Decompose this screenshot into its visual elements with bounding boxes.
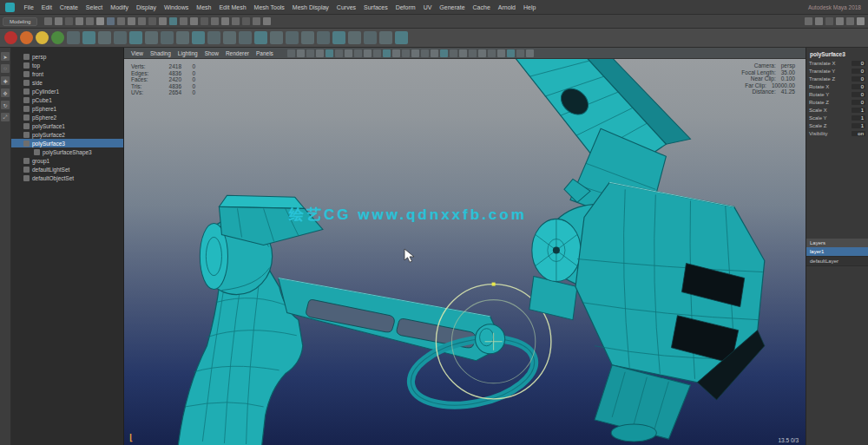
- channel-row[interactable]: Translate Z 0: [806, 75, 868, 82]
- status-icon[interactable]: [55, 17, 62, 25]
- shelf-icon[interactable]: [192, 31, 205, 44]
- panel-toolbar-icon[interactable]: [402, 49, 410, 57]
- status-icon[interactable]: [190, 17, 198, 25]
- channel-row[interactable]: Scale Z 1: [806, 121, 868, 129]
- status-icon[interactable]: [253, 17, 260, 25]
- outliner-item[interactable]: defaultLightSet: [11, 165, 123, 173]
- status-icon[interactable]: [44, 17, 52, 25]
- outliner-item[interactable]: defaultObjectSet: [11, 173, 123, 182]
- shelf-icon[interactable]: [129, 31, 142, 44]
- outliner-item[interactable]: polySurface2: [11, 130, 123, 139]
- channel-value[interactable]: 0: [852, 61, 865, 66]
- panel-toolbar-icon[interactable]: [411, 49, 419, 57]
- outliner-item[interactable]: side: [11, 78, 123, 87]
- viewport-canvas[interactable]: 绘艺CG www.qdnxxfb.com: [124, 59, 806, 445]
- menu-set-selector[interactable]: Modeling: [3, 17, 37, 26]
- channel-row[interactable]: Rotate Z 0: [806, 98, 868, 106]
- channel-value[interactable]: 0: [852, 84, 865, 89]
- status-icon[interactable]: [232, 17, 240, 25]
- sidebar-toggle-icon[interactable]: [857, 17, 865, 25]
- menu-item[interactable]: Mesh: [193, 0, 215, 15]
- channel-value[interactable]: on: [852, 131, 865, 136]
- outliner-item[interactable]: pCube1: [11, 95, 123, 104]
- panel-toolbar-icon[interactable]: [364, 49, 372, 57]
- scale-tool-icon[interactable]: ⤢: [1, 113, 10, 121]
- panel-toolbar-icon[interactable]: [478, 49, 486, 57]
- menu-item[interactable]: Cache: [469, 0, 494, 15]
- panel-menu-item[interactable]: Shading: [147, 50, 174, 56]
- shelf-icon[interactable]: [317, 31, 330, 44]
- panel-toolbar-icon[interactable]: [326, 49, 333, 57]
- menu-item[interactable]: Select: [82, 0, 106, 15]
- menu-item[interactable]: Edit Mesh: [215, 0, 250, 15]
- sidebar-toggle-icon[interactable]: [836, 17, 844, 25]
- shelf-icon[interactable]: [239, 31, 252, 44]
- shelf-icon[interactable]: [301, 31, 314, 44]
- outliner-item[interactable]: polySurfaceShape3: [11, 147, 123, 156]
- menu-item[interactable]: Windows: [160, 0, 192, 15]
- shelf-icon[interactable]: [98, 31, 111, 44]
- sidebar-toggle-icon[interactable]: [815, 17, 823, 25]
- panel-toolbar-icon[interactable]: [431, 49, 438, 57]
- status-icon[interactable]: [263, 17, 271, 25]
- menu-item[interactable]: UV: [419, 0, 436, 15]
- shelf-icon[interactable]: [395, 31, 408, 44]
- menu-item[interactable]: Edit: [37, 0, 56, 15]
- status-icon[interactable]: [180, 17, 187, 25]
- status-icon[interactable]: [221, 17, 229, 25]
- panel-menu-item[interactable]: Lighting: [174, 50, 201, 56]
- panel-toolbar-icon[interactable]: [516, 49, 524, 57]
- panel-toolbar-icon[interactable]: [392, 49, 400, 57]
- panel-toolbar-icon[interactable]: [526, 49, 534, 57]
- panel-toolbar-icon[interactable]: [421, 49, 429, 57]
- sidebar-toggle-icon[interactable]: [825, 17, 833, 25]
- menu-item[interactable]: Display: [132, 0, 160, 15]
- layer-row[interactable]: defaultLayer: [806, 257, 868, 266]
- panel-toolbar-icon[interactable]: [497, 49, 505, 57]
- outliner-item[interactable]: top: [11, 61, 123, 69]
- status-icon[interactable]: [169, 17, 177, 25]
- status-icon[interactable]: [201, 17, 208, 25]
- menu-item[interactable]: Mesh Tools: [250, 0, 288, 15]
- panel-toolbar-icon[interactable]: [507, 49, 515, 57]
- status-icon[interactable]: [96, 17, 104, 25]
- status-icon[interactable]: [159, 17, 167, 25]
- channel-value[interactable]: 1: [852, 123, 865, 128]
- channel-row[interactable]: Visibility on: [806, 129, 868, 137]
- shelf-icon[interactable]: [223, 31, 236, 44]
- panel-menu-item[interactable]: Show: [201, 50, 222, 56]
- channel-value[interactable]: 0: [852, 76, 865, 82]
- shelf-icon[interactable]: [254, 31, 267, 44]
- shelf-icon[interactable]: [36, 31, 49, 44]
- channel-row[interactable]: Translate X 0: [806, 59, 868, 67]
- status-icon[interactable]: [107, 17, 115, 25]
- move-tool-icon[interactable]: ✥: [1, 88, 10, 97]
- menu-item[interactable]: Curves: [332, 0, 359, 15]
- channel-row[interactable]: Scale X 1: [806, 106, 868, 114]
- shelf-icon[interactable]: [82, 31, 95, 44]
- status-icon[interactable]: [117, 17, 125, 25]
- channel-value[interactable]: 0: [852, 100, 865, 105]
- panel-toolbar-icon[interactable]: [383, 49, 391, 57]
- channel-box-object-name[interactable]: polySurface3: [806, 50, 868, 59]
- panel-menu-item[interactable]: Panels: [253, 50, 277, 56]
- menu-item[interactable]: Deform: [391, 0, 419, 15]
- panel-toolbar-icon[interactable]: [459, 49, 467, 57]
- shelf-icon[interactable]: [51, 31, 64, 44]
- status-icon[interactable]: [211, 17, 219, 25]
- outliner-item[interactable]: group1: [11, 156, 123, 165]
- channel-row[interactable]: Scale Y 1: [806, 114, 868, 121]
- menu-item[interactable]: Modify: [107, 0, 133, 15]
- panel-toolbar-icon[interactable]: [373, 49, 381, 57]
- lasso-tool-icon[interactable]: ◌: [1, 64, 10, 73]
- menu-item[interactable]: Surfaces: [360, 0, 392, 15]
- outliner-item[interactable]: pSphere2: [11, 113, 123, 121]
- select-tool-icon[interactable]: ➤: [1, 52, 10, 61]
- sidebar-toggle-icon[interactable]: [805, 17, 812, 25]
- outliner-item[interactable]: persp: [11, 52, 123, 61]
- shelf-icon[interactable]: [332, 31, 345, 44]
- panel-toolbar-icon[interactable]: [469, 49, 477, 57]
- status-icon[interactable]: [65, 17, 73, 25]
- outliner-item[interactable]: pCylinder1: [11, 87, 123, 95]
- panel-toolbar-icon[interactable]: [440, 49, 448, 57]
